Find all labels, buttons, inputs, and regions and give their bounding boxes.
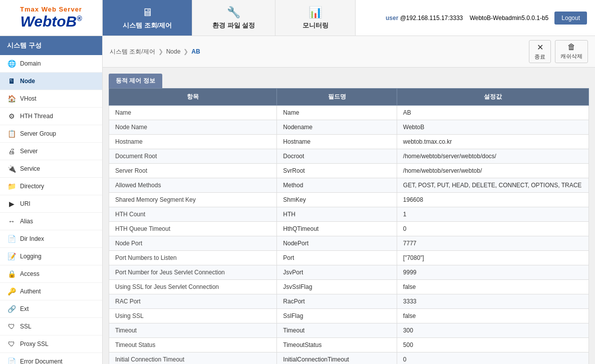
sidebar-item-service[interactable]: 🔌 Service [0,160,102,178]
sidebar-label-node: Node [20,78,35,85]
sidebar-item-server-group[interactable]: 📋 Server Group [0,125,102,143]
table-row: Port Numbers to ListenPort["7080"] [109,251,589,265]
sidebar-item-authent[interactable]: 🔑 Authent [0,283,102,300]
table-cell-field: SslFlag [277,309,397,323]
sidebar-item-ssl[interactable]: 🛡 SSL [0,318,102,335]
data-table: 항목 필드명 설정값 NameNameABNode NameNodenameWe… [109,88,589,364]
directory-icon: 📁 [7,182,16,191]
close-button[interactable]: ✕ 종료 [529,40,551,63]
user-address: @192.168.115.17:3333 [400,15,463,22]
logo-area: Tmax Web Server WebtoB® [0,0,103,36]
domain-icon: 🌐 [7,59,16,68]
sidebar-label-domain: Domain [20,60,41,67]
sidebar-item-node[interactable]: 🖥 Node [0,73,102,90]
sidebar-item-logging[interactable]: 📝 Logging [0,248,102,265]
table-cell-item: Shared Memory Segment Key [109,193,277,207]
sidebar-item-directory[interactable]: 📁 Directory [0,178,102,195]
username: user [386,15,398,22]
dir-index-icon: 📄 [7,234,16,243]
table-cell-field: RacPort [277,294,397,309]
ext-icon: 🔗 [7,304,16,313]
sidebar-label-authent: Authent [20,288,41,295]
nav-tab-monitor[interactable]: 📊 모니터링 [275,0,356,36]
system-icon: 🖥 [142,6,153,19]
sidebar-label-service: Service [20,165,40,172]
table-row: Using SSLSslFlagfalse [109,309,589,323]
uri-icon: ▶ [7,199,16,208]
table-cell-field: Docroot [277,149,397,164]
sidebar-item-dir-index[interactable]: 📄 Dir Index [0,230,102,248]
table-cell-field: TimeoutStatus [277,338,397,352]
main-content: 시스템 조회/제어 ❯ Node ❯ AB ✕ 종료 🗑 캐쉬삭제 [103,36,595,364]
cache-delete-button[interactable]: 🗑 캐쉬삭제 [555,40,588,63]
nav-tab-env[interactable]: 🔧 환경 파일 설정 [192,0,275,36]
table-row: HTH Queue TimeoutHthQTimeout0 [109,222,589,236]
table-cell-field: Hostname [277,135,397,149]
table-row: Timeout StatusTimeoutStatus500 [109,338,589,352]
table-row: Allowed MethodsMethodGET, POST, PUT, HEA… [109,178,589,193]
nav-tab-system[interactable]: 🖥 시스템 조회/제어 [103,0,192,36]
table-cell-value: AB [397,106,588,120]
table-cell-value: 7777 [397,236,588,251]
authent-icon: 🔑 [7,287,16,296]
table-cell-value: 500 [397,338,588,352]
col-header-field: 필드명 [277,89,397,106]
table-cell-value: GET, POST, PUT, HEAD, DELETE, CONNECT, O… [397,178,588,193]
table-cell-item: Timeout Status [109,338,277,352]
sidebar-item-server[interactable]: 🖨 Server [0,143,102,160]
nav-label-monitor: 모니터링 [303,21,329,30]
breadcrumb-bar: 시스템 조회/제어 ❯ Node ❯ AB ✕ 종료 🗑 캐쉬삭제 [103,36,595,68]
close-icon: ✕ [537,43,543,52]
table-cell-value: 1 [397,207,588,222]
nav-label-system: 시스템 조회/제어 [123,21,172,30]
hth-thread-icon: ⚙ [7,112,16,121]
nav-label-env: 환경 파일 설정 [212,21,255,30]
sidebar-item-domain[interactable]: 🌐 Domain [0,55,102,73]
table-row: Port Number for Jeus Servlet ConnectionJ… [109,265,589,280]
sidebar-label-access: Access [20,270,40,277]
sidebar-item-proxy-ssl[interactable]: 🛡 Proxy SSL [0,335,102,353]
table-cell-item: Using SSL for Jeus Servlet Connection [109,280,277,294]
breadcrumb-item-1: Node [166,48,181,55]
table-row: Node PortNodePort7777 [109,236,589,251]
table-cell-value: false [397,309,588,323]
table-row: HostnameHostnamewebtob.tmax.co.kr [109,135,589,149]
table-cell-field: InitialConnectionTimeout [277,352,397,365]
col-header-value: 설정값 [397,89,588,106]
sidebar-item-uri[interactable]: ▶ URI [0,195,102,213]
table-cell-item: Node Port [109,236,277,251]
proxy-ssl-icon: 🛡 [7,339,16,348]
table-cell-field: SvrRoot [277,164,397,178]
sidebar-label-dir-index: Dir Index [20,235,44,242]
sidebar-item-access[interactable]: 🔒 Access [0,265,102,283]
sidebar-item-ext[interactable]: 🔗 Ext [0,300,102,318]
table-cell-value: ["7080"] [397,251,588,265]
sidebar-label-vhost: VHost [20,95,37,102]
table-cell-field: Port [277,251,397,265]
sidebar-item-alias[interactable]: ↔ Alias [0,213,102,230]
sidebar-item-error-document[interactable]: 📄 Error Document [0,353,102,364]
table-row: Using SSL for Jeus Servlet ConnectionJsv… [109,280,589,294]
user-info-text: user @192.168.115.17:3333 WebtoB-Webadmi… [386,15,548,22]
table-cell-value: false [397,280,588,294]
table-cell-field: HthQTimeout [277,222,397,236]
user-info-area: user @192.168.115.17:3333 WebtoB-Webadmi… [356,0,595,36]
sidebar-item-hth-thread[interactable]: ⚙ HTH Thread [0,108,102,125]
logout-button[interactable]: Logout [554,12,587,25]
table-cell-field: Method [277,178,397,193]
server-group-icon: 📋 [7,129,16,138]
table-cell-field: Timeout [277,323,397,338]
table-cell-item: Initial Connection Timeout [109,352,277,365]
sidebar-label-server: Server [20,148,38,155]
table-cell-value: 196608 [397,193,588,207]
sidebar-item-vhost[interactable]: 🏠 VHost [0,90,102,108]
table-cell-value: /home/webtob/server/webtob/docs/ [397,149,588,164]
table-cell-field: Name [277,106,397,120]
table-cell-item: Allowed Methods [109,178,277,193]
table-row: Server RootSvrRoot/home/webtob/server/we… [109,164,589,178]
breadcrumb-sep-1: ❯ [158,48,163,55]
table-cell-field: ShmKey [277,193,397,207]
logo-main: WebtoB® [20,13,82,30]
table-cell-value: 3333 [397,294,588,309]
table-row: RAC PortRacPort3333 [109,294,589,309]
